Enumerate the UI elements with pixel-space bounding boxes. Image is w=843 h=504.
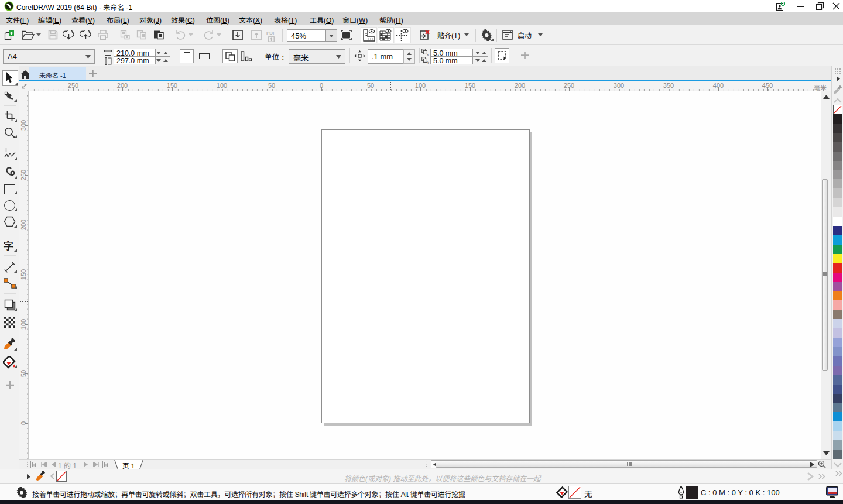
svg-text:Y: Y — [427, 61, 429, 64]
svg-text:x: x — [427, 53, 429, 56]
